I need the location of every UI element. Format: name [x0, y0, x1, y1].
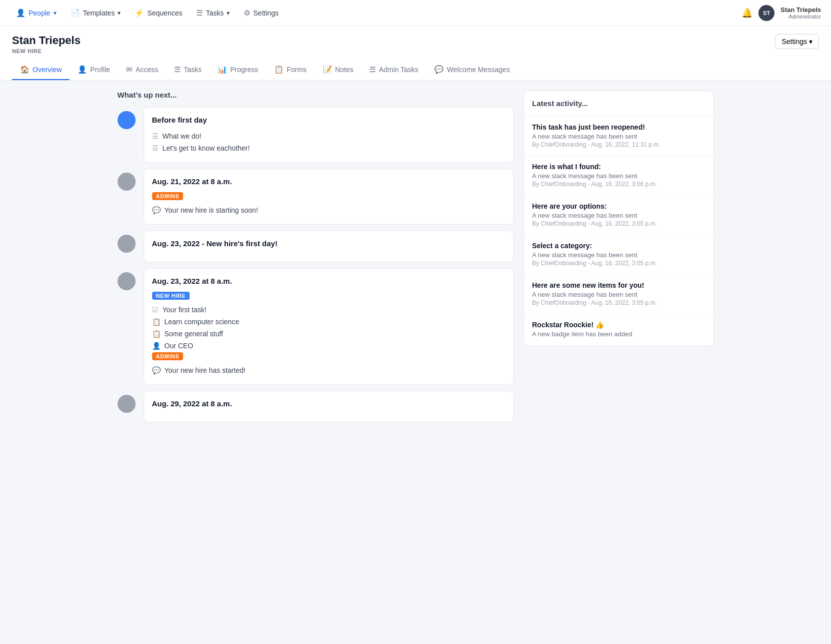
nav-item-tasks[interactable]: ☰ Tasks ▾	[190, 6, 236, 21]
activity-description: A new slack message has been sent	[532, 133, 705, 140]
list-icon: ☰	[152, 132, 159, 140]
user-role: Administrator	[780, 14, 821, 20]
activity-title: Here is what I found:	[532, 163, 705, 171]
chevron-down-icon: ▾	[809, 38, 812, 46]
list-item: 📋 Learn computer science	[152, 316, 505, 328]
main-content: What's up next... Before first day ☰ Wha…	[106, 81, 726, 438]
chevron-down-icon: ▾	[227, 10, 230, 17]
activity-item: This task has just been reopened! A new …	[524, 116, 713, 155]
template-icon: 📄	[71, 9, 80, 18]
nav-sequences-label: Sequences	[147, 9, 182, 17]
nav-item-settings[interactable]: ⚙ Settings	[238, 6, 285, 21]
card-item-text: Our CEO	[165, 342, 194, 350]
activity-title: Select a category:	[532, 242, 705, 250]
card-title: Before first day	[152, 116, 505, 124]
whats-up-next-title: What's up next...	[118, 91, 514, 99]
list-icon: ☰	[174, 65, 181, 74]
chevron-down-icon: ▾	[118, 10, 121, 17]
card-date: Aug. 21, 2022 at 8 a.m.	[152, 177, 505, 186]
nav-item-templates[interactable]: 📄 Templates ▾	[65, 6, 127, 21]
tab-forms[interactable]: 📋 Forms	[266, 60, 315, 80]
right-panel: Latest activity... This task has just be…	[524, 91, 714, 428]
card-item-text: What we do!	[163, 132, 202, 140]
list-item: 💬 Your new hire is starting soon!	[152, 204, 505, 216]
nav-item-people[interactable]: 👤 People ▾	[10, 6, 63, 21]
person-icon: 👤	[152, 342, 161, 350]
page-subtitle: NEW HIRE	[12, 48, 81, 54]
timeline-dot-gray	[118, 235, 136, 253]
list-item: 📋 Some general stuff	[152, 328, 505, 340]
badge-admins: ADMINS	[152, 352, 184, 360]
settings-button-label: Settings	[781, 38, 807, 46]
admin-tasks-icon: ☰	[369, 65, 376, 74]
tab-overview[interactable]: 🏠 Overview	[12, 60, 70, 80]
chevron-down-icon: ▾	[54, 10, 57, 17]
activity-description: A new slack message has been sent	[532, 251, 705, 259]
card-item-text: Let's get to know eachother!	[163, 144, 250, 152]
person-icon: 👤	[16, 9, 26, 18]
user-name: Stan Triepels	[780, 6, 821, 14]
activity-title: Rockstar Roockie! 👍	[532, 321, 705, 329]
activity-meta: By ChiefOnboarding - Aug. 16, 2022, 11:3…	[532, 141, 705, 148]
tab-progress[interactable]: 📊 Progress	[210, 60, 266, 80]
nav-item-sequences[interactable]: ⚡ Sequences	[129, 6, 188, 21]
chat-icon: 💬	[152, 206, 161, 214]
tab-bar: 🏠 Overview 👤 Profile ✉ Access ☰ Tasks 📊 …	[12, 60, 819, 80]
chart-icon: 📊	[218, 65, 227, 74]
access-icon: ✉	[126, 65, 133, 74]
forms-icon: 📋	[274, 65, 284, 74]
tab-access[interactable]: ✉ Access	[118, 60, 166, 80]
home-icon: 🏠	[20, 65, 30, 74]
left-panel: What's up next... Before first day ☰ Wha…	[118, 91, 514, 428]
sequences-icon: ⚡	[135, 9, 144, 18]
page-title-block: Stan Triepels NEW HIRE	[12, 34, 81, 54]
activity-title: This task has just been reopened!	[532, 123, 705, 131]
card-item-text: Your new hire has started!	[165, 366, 246, 374]
activity-description: A new slack message has been sent	[532, 212, 705, 219]
timeline-dot-gray	[118, 395, 136, 413]
activity-item: Here is what I found: A new slack messag…	[524, 155, 713, 195]
tasks-icon: ☰	[196, 9, 203, 18]
tab-access-label: Access	[136, 66, 158, 74]
nav-people-label: People	[29, 9, 51, 17]
gear-icon: ⚙	[244, 9, 250, 18]
tab-profile-label: Profile	[90, 66, 110, 74]
tab-tasks[interactable]: ☰ Tasks	[166, 60, 210, 80]
chat-icon: 💬	[434, 65, 444, 74]
card-date: Aug. 29, 2022 at 8 a.m.	[152, 399, 505, 408]
tab-notes[interactable]: 📝 Notes	[315, 60, 362, 80]
timeline-card: Aug. 29, 2022 at 8 a.m.	[144, 391, 514, 422]
user-info: Stan Triepels Administrator	[780, 6, 821, 20]
tab-profile[interactable]: 👤 Profile	[70, 60, 118, 80]
activity-description: A new badge item has been added	[532, 330, 705, 338]
activity-item: Here are your options: A new slack messa…	[524, 195, 713, 234]
tab-forms-label: Forms	[287, 66, 307, 74]
card-item-text: Your first task!	[163, 306, 207, 314]
avatar: ST	[758, 5, 774, 21]
nav-left: 👤 People ▾ 📄 Templates ▾ ⚡ Sequences ☰ T…	[10, 6, 741, 21]
timeline-card: Aug. 23, 2022 - New hire's first day!	[144, 231, 514, 262]
timeline-dot-gray	[118, 272, 136, 290]
tab-admin-tasks[interactable]: ☰ Admin Tasks	[361, 60, 426, 80]
settings-button[interactable]: Settings ▾	[775, 34, 819, 49]
list-item: ☰ What we do!	[152, 130, 505, 142]
nav-tasks-label: Tasks	[206, 9, 224, 17]
list-icon: ☰	[152, 144, 159, 152]
copy-icon: 📋	[152, 318, 161, 326]
list-item: 💬 Your new hire has started!	[152, 364, 505, 376]
timeline-card: Aug. 23, 2022 at 8 a.m. NEW HIRE ☑ Your …	[144, 268, 514, 385]
card-item-text: Your new hire is starting soon!	[165, 206, 258, 214]
activity-card: Latest activity... This task has just be…	[524, 91, 714, 346]
list-item: ☰ Let's get to know eachother!	[152, 142, 505, 154]
card-date: Aug. 23, 2022 at 8 a.m.	[152, 277, 505, 285]
badge-newhire: NEW HIRE	[152, 292, 190, 300]
tab-welcome-messages[interactable]: 💬 Welcome Messages	[426, 60, 518, 80]
timeline-item: Aug. 29, 2022 at 8 a.m.	[118, 391, 514, 422]
bell-icon[interactable]: 🔔	[741, 8, 752, 19]
activity-meta: By ChiefOnboarding - Aug. 16, 2022, 3:05…	[532, 299, 705, 306]
person-icon: 👤	[78, 65, 87, 74]
activity-meta: By ChiefOnboarding - Aug. 16, 2022, 3:06…	[532, 181, 705, 188]
nav-settings-label: Settings	[253, 9, 279, 17]
activity-description: A new slack message has been sent	[532, 291, 705, 298]
page-header: Stan Triepels NEW HIRE Settings ▾ 🏠 Over…	[0, 26, 831, 81]
